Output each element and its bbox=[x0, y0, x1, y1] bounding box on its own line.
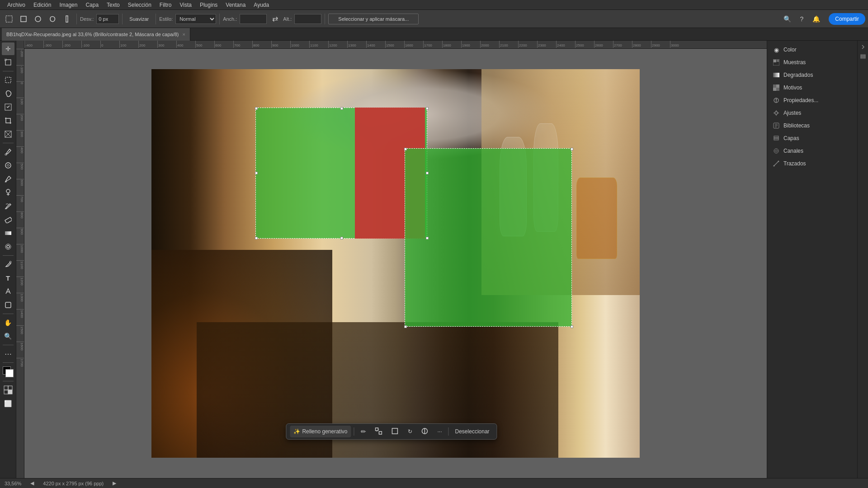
panel-degradados[interactable]: Degradados bbox=[767, 69, 857, 81]
menu-imagen[interactable]: Imagen bbox=[56, 1, 81, 9]
panel-ajustes[interactable]: Ajustes bbox=[767, 107, 857, 119]
generative-fill-btn[interactable]: ✨ Relleno generativo bbox=[290, 426, 351, 437]
menu-filtro[interactable]: Filtro bbox=[156, 1, 175, 9]
canales-icon bbox=[773, 147, 780, 155]
ruler-tick: 2700 bbox=[613, 41, 632, 48]
menu-edicion[interactable]: Edición bbox=[30, 1, 55, 9]
color-swatch[interactable] bbox=[3, 366, 14, 377]
generative-fill-label: Relleno generativo bbox=[302, 428, 347, 435]
more-tools-btn[interactable]: ⋯ bbox=[2, 347, 14, 360]
type-tool[interactable]: T bbox=[2, 272, 14, 284]
float-sep1 bbox=[354, 427, 354, 436]
alt-input[interactable] bbox=[294, 14, 321, 24]
svg-rect-3 bbox=[66, 16, 68, 22]
menu-capa[interactable]: Capa bbox=[82, 1, 102, 9]
ruler-tick: 1400 bbox=[366, 41, 385, 48]
panel-motivos[interactable]: Motivos bbox=[767, 81, 857, 94]
gradient-tool[interactable] bbox=[2, 227, 14, 239]
estilo-select[interactable]: Normal bbox=[175, 14, 216, 24]
notifications-btn[interactable]: 🔔 bbox=[810, 13, 822, 25]
panel-canales[interactable]: Canales bbox=[767, 145, 857, 157]
move-tool[interactable]: ✛ bbox=[2, 42, 14, 55]
float-rotate-btn[interactable]: ↻ bbox=[404, 426, 416, 437]
svg-rect-35 bbox=[773, 73, 779, 77]
object-select-tool[interactable] bbox=[2, 101, 14, 113]
background-color[interactable] bbox=[5, 369, 14, 377]
expand-collapse-btn[interactable] bbox=[859, 42, 868, 52]
ruler-tick: 2400 bbox=[556, 41, 575, 48]
menu-archivo[interactable]: Archivo bbox=[4, 1, 29, 9]
help-btn[interactable]: ? bbox=[795, 13, 808, 25]
svg-rect-0 bbox=[6, 16, 12, 22]
tab-close-btn[interactable]: × bbox=[183, 32, 185, 37]
menu-plugins[interactable]: Plugins bbox=[196, 1, 221, 9]
marquee-tool[interactable] bbox=[2, 74, 14, 86]
panel-color[interactable]: ◉ Color bbox=[767, 43, 857, 56]
tool-sep5 bbox=[3, 345, 14, 345]
shape-tool[interactable] bbox=[2, 299, 14, 311]
selection-ellipse-btn[interactable] bbox=[32, 13, 44, 25]
document-tab[interactable]: BB1hqDXw-Recuperado.jpeg al 33,6% (Brill… bbox=[2, 28, 190, 41]
panel-tab-layers[interactable] bbox=[859, 52, 868, 61]
eyedropper-tool[interactable] bbox=[2, 145, 14, 158]
blur-tool[interactable] bbox=[2, 240, 14, 253]
float-flip-btn[interactable] bbox=[418, 426, 432, 437]
navigation-arrow-left[interactable]: ◀ bbox=[30, 480, 34, 486]
path-selection-tool[interactable] bbox=[2, 285, 14, 298]
panel-degradados-label: Degradados bbox=[783, 72, 813, 78]
suavizar-btn[interactable]: Suavizar bbox=[126, 13, 152, 25]
float-transform-btn[interactable] bbox=[372, 426, 386, 437]
anch-input[interactable] bbox=[240, 14, 267, 24]
pen-tool[interactable] bbox=[2, 258, 14, 271]
patch-tool[interactable] bbox=[2, 159, 14, 172]
panel-trazados[interactable]: Trazados bbox=[767, 157, 857, 170]
panel-bibliotecas[interactable]: Bibliotecas bbox=[767, 119, 857, 132]
history-brush-tool[interactable] bbox=[2, 200, 14, 212]
menu-vista[interactable]: Vista bbox=[176, 1, 195, 9]
search-btn[interactable]: 🔍 bbox=[781, 13, 793, 25]
navigation-arrow-right[interactable]: ▶ bbox=[113, 480, 116, 486]
selection-handle-mr bbox=[426, 172, 429, 174]
lasso-tool[interactable] bbox=[2, 87, 14, 100]
panel-muestras[interactable]: Muestras bbox=[767, 56, 857, 69]
float-crop-btn[interactable] bbox=[388, 426, 402, 437]
selection-handle-tr bbox=[426, 107, 429, 110]
panel-capas[interactable]: Capas bbox=[767, 132, 857, 145]
panel-propiedades[interactable]: Propiedades... bbox=[767, 94, 857, 107]
canvas-document bbox=[24, 49, 767, 478]
clone-stamp-tool[interactable] bbox=[2, 186, 14, 199]
svg-rect-37 bbox=[776, 84, 779, 88]
screen-mode-btn[interactable]: ⬜ bbox=[2, 397, 14, 410]
bibliotecas-icon bbox=[773, 122, 780, 129]
float-more-btn[interactable]: ··· bbox=[434, 426, 446, 437]
hand-tool[interactable]: ✋ bbox=[2, 316, 14, 329]
ruler-top: -400 -300 -200 -100 0 100 200 300 400 50… bbox=[24, 41, 767, 49]
ruler-tick: 2100 bbox=[499, 41, 518, 48]
quick-mask-btn[interactable] bbox=[2, 384, 14, 396]
eraser-tool[interactable] bbox=[2, 213, 14, 226]
artboard-tool[interactable] bbox=[2, 56, 14, 69]
dimensions-info: 4220 px x 2795 px (96 ppp) bbox=[43, 481, 104, 486]
brush-tool[interactable] bbox=[2, 173, 14, 185]
selection-lasso-btn[interactable] bbox=[46, 13, 59, 25]
float-edit-btn[interactable]: ✏ bbox=[357, 426, 370, 437]
frame-tool[interactable] bbox=[2, 128, 14, 141]
zoom-tool[interactable]: 🔍 bbox=[2, 330, 14, 343]
svg-point-49 bbox=[774, 165, 775, 167]
ruler-tick: 400 bbox=[176, 41, 195, 48]
menu-ayuda[interactable]: Ayuda bbox=[250, 1, 273, 9]
share-button[interactable]: Compartir bbox=[829, 13, 865, 25]
menu-seleccion[interactable]: Selección bbox=[124, 1, 155, 9]
selection-tool-btn[interactable] bbox=[3, 13, 15, 25]
ruler-tick: 1100 bbox=[309, 41, 328, 48]
menu-ventana[interactable]: Ventana bbox=[222, 1, 249, 9]
desv-input[interactable] bbox=[96, 14, 119, 24]
swap-dimensions-btn[interactable]: ⇄ bbox=[269, 13, 281, 25]
crop-tool[interactable] bbox=[2, 114, 14, 127]
ruler-left: -200 -100 0 100 200 300 400 500 600 700 … bbox=[16, 41, 24, 478]
selection-column-btn[interactable] bbox=[61, 13, 73, 25]
mask-btn[interactable]: Seleccionar y aplicar máscara... bbox=[328, 14, 419, 24]
deselect-btn[interactable]: Deseleccionar bbox=[452, 426, 493, 437]
selection-rect-btn[interactable] bbox=[17, 13, 30, 25]
menu-texto[interactable]: Texto bbox=[103, 1, 123, 9]
